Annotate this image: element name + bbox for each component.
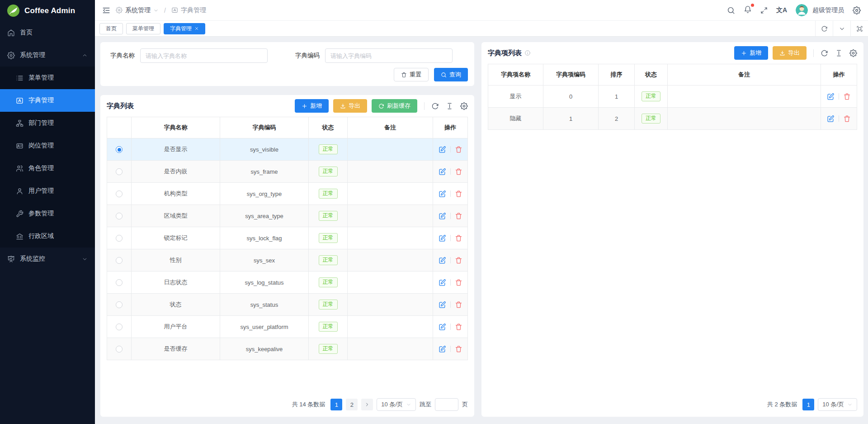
row-radio[interactable]: [116, 191, 123, 197]
tab-more-dropdown[interactable]: [833, 21, 850, 36]
sidebar-submenu-item[interactable]: 用户管理: [0, 180, 95, 202]
refresh-icon: [378, 103, 384, 109]
delete-trash-icon[interactable]: [455, 234, 462, 242]
cell-note: [348, 161, 433, 183]
page-button-2[interactable]: 2: [346, 399, 358, 410]
tab-menu-management[interactable]: 菜单管理: [126, 23, 160, 34]
row-radio[interactable]: [116, 279, 123, 286]
delete-trash-icon[interactable]: [455, 323, 462, 331]
ops-divider: [839, 93, 839, 100]
tab-refresh-button[interactable]: [815, 21, 833, 36]
item-table-row[interactable]: 隐藏 1 2 正常: [488, 108, 857, 130]
sidebar-submenu-item[interactable]: 部门管理: [0, 112, 95, 134]
close-icon[interactable]: [194, 26, 199, 31]
row-height-icon[interactable]: [835, 49, 843, 57]
delete-trash-icon[interactable]: [843, 115, 851, 123]
settings-gear-icon[interactable]: [853, 6, 861, 14]
edit-icon[interactable]: [439, 190, 446, 198]
dict-table-row[interactable]: 机构类型 sys_org_type 正常: [107, 183, 468, 205]
export-button[interactable]: 导出: [333, 99, 367, 113]
notification-bell[interactable]: [744, 5, 752, 15]
page-button-1[interactable]: 1: [802, 399, 814, 410]
column-settings-gear-icon[interactable]: [460, 102, 468, 110]
item-export-button[interactable]: 导出: [773, 46, 807, 60]
add-button[interactable]: 新增: [295, 99, 329, 113]
sidebar-item-home[interactable]: 首页: [0, 21, 95, 44]
dict-table-row[interactable]: 是否显示 sys_visible 正常: [107, 138, 468, 161]
reset-button[interactable]: 重置: [394, 68, 429, 81]
delete-trash-icon[interactable]: [455, 279, 462, 286]
dict-table-row[interactable]: 锁定标记 sys_lock_flag 正常: [107, 227, 468, 249]
dict-name-input[interactable]: [140, 48, 268, 63]
edit-icon[interactable]: [439, 168, 446, 176]
query-button[interactable]: 查询: [434, 68, 468, 81]
row-radio[interactable]: [116, 257, 123, 264]
table-refresh-icon[interactable]: [431, 102, 439, 110]
content-maximize-button[interactable]: [850, 21, 868, 36]
row-radio[interactable]: [116, 146, 123, 153]
sidebar-submenu-item[interactable]: 字典管理: [0, 89, 95, 112]
edit-icon[interactable]: [827, 93, 835, 100]
page-size-select[interactable]: 10 条/页: [377, 398, 416, 411]
delete-trash-icon[interactable]: [455, 345, 462, 353]
sidebar-item-system-monitor[interactable]: 系统监控: [0, 248, 95, 270]
refresh-cache-button[interactable]: 刷新缓存: [372, 99, 417, 113]
row-radio[interactable]: [116, 346, 123, 353]
breadcrumb-level1[interactable]: 系统管理: [125, 6, 151, 14]
user-name[interactable]: 超级管理员: [812, 6, 844, 14]
jump-page-input[interactable]: [435, 398, 458, 411]
dict-table-row[interactable]: 区域类型 sys_area_type 正常: [107, 205, 468, 227]
dict-code-input[interactable]: [325, 48, 453, 63]
dict-table-row[interactable]: 是否内嵌 sys_frame 正常: [107, 161, 468, 183]
language-switch-icon[interactable]: 文A: [776, 6, 787, 14]
dict-table-row[interactable]: 日志状态 sys_log_status 正常: [107, 272, 468, 294]
sidebar-submenu-item[interactable]: 菜单管理: [0, 67, 95, 89]
sidebar-submenu-item[interactable]: 角色管理: [0, 157, 95, 180]
search-icon[interactable]: [727, 6, 735, 14]
tab-home[interactable]: 首页: [99, 23, 123, 34]
sidebar-submenu-item[interactable]: 行政区域: [0, 225, 95, 248]
edit-icon[interactable]: [439, 234, 446, 242]
table-refresh-icon[interactable]: [821, 49, 828, 57]
edit-icon[interactable]: [439, 279, 446, 286]
fullscreen-icon[interactable]: [760, 7, 768, 14]
column-settings-gear-icon[interactable]: [849, 49, 857, 57]
dict-table-row[interactable]: 是否缓存 sys_keepalive 正常: [107, 338, 468, 360]
dict-table-row[interactable]: 状态 sys_status 正常: [107, 294, 468, 316]
ops-divider: [450, 257, 451, 263]
row-radio[interactable]: [116, 324, 123, 330]
delete-trash-icon[interactable]: [455, 190, 462, 198]
edit-icon[interactable]: [439, 257, 446, 264]
delete-trash-icon[interactable]: [455, 212, 462, 220]
sidebar-collapse-icon[interactable]: [102, 6, 110, 14]
delete-trash-icon[interactable]: [455, 257, 462, 264]
edit-icon[interactable]: [439, 301, 446, 309]
edit-icon[interactable]: [439, 345, 446, 353]
sidebar-submenu-item[interactable]: 岗位管理: [0, 134, 95, 157]
row-height-icon[interactable]: [446, 102, 453, 110]
edit-icon[interactable]: [439, 323, 446, 331]
row-radio[interactable]: [116, 213, 123, 219]
row-radio[interactable]: [116, 235, 123, 242]
dict-table-row[interactable]: 用户平台 sys_user_platform 正常: [107, 316, 468, 338]
page-button-1[interactable]: 1: [330, 399, 342, 410]
dict-table-row[interactable]: 性别 sys_sex 正常: [107, 249, 468, 272]
next-page-button[interactable]: [361, 399, 373, 410]
row-radio[interactable]: [116, 301, 123, 308]
item-add-button[interactable]: 新增: [734, 46, 768, 60]
edit-icon[interactable]: [439, 212, 446, 220]
delete-trash-icon[interactable]: [455, 301, 462, 309]
delete-trash-icon[interactable]: [455, 168, 462, 176]
page-size-select[interactable]: 10 条/页: [818, 398, 857, 411]
sidebar-item-system-management[interactable]: 系统管理: [0, 44, 95, 67]
item-table-row[interactable]: 显示 0 1 正常: [488, 86, 857, 108]
edit-icon[interactable]: [827, 115, 835, 123]
avatar[interactable]: [796, 4, 808, 16]
cell-dict-name: 是否内嵌: [132, 161, 220, 183]
tab-dict-management[interactable]: 字典管理: [164, 23, 205, 34]
delete-trash-icon[interactable]: [455, 146, 462, 153]
sidebar-submenu-item[interactable]: 参数管理: [0, 202, 95, 225]
edit-icon[interactable]: [439, 146, 446, 153]
delete-trash-icon[interactable]: [843, 93, 851, 100]
row-radio[interactable]: [116, 168, 123, 175]
